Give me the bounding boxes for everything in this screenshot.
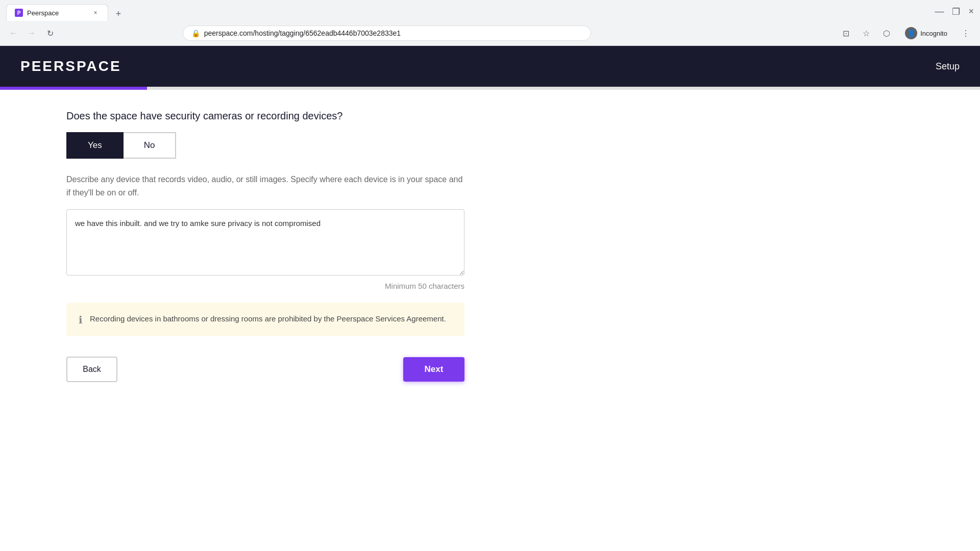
tab-title: Peerspace bbox=[27, 9, 87, 17]
cast-icon-button[interactable]: ⊡ bbox=[838, 25, 854, 41]
description-text: Describe any device that records video, … bbox=[66, 173, 464, 199]
tab-favicon: P bbox=[15, 9, 23, 17]
browser-tab-active[interactable]: P Peerspace × bbox=[6, 4, 108, 21]
address-bar[interactable]: 🔒 peerspace.com/hosting/tagging/6562eadb… bbox=[183, 26, 591, 41]
incognito-button[interactable]: 👤 Incognito bbox=[899, 25, 953, 41]
extensions-icon-button[interactable]: ⬡ bbox=[878, 25, 895, 41]
toolbar-right: ⊡ ☆ ⬡ 👤 Incognito ⋮ bbox=[838, 25, 974, 41]
logo: PEERSPACE bbox=[20, 58, 121, 74]
browser-toolbar: ← → ↻ 🔒 peerspace.com/hosting/tagging/65… bbox=[0, 21, 980, 45]
lock-icon: 🔒 bbox=[191, 29, 200, 37]
page-content: Does the space have security cameras or … bbox=[0, 90, 980, 415]
window-controls: — ❐ × bbox=[935, 6, 974, 19]
info-box: ℹ Recording devices in bathrooms or dres… bbox=[66, 303, 464, 336]
browser-titlebar: P Peerspace × + — ❐ × bbox=[0, 0, 980, 21]
new-tab-button[interactable]: + bbox=[111, 7, 126, 21]
no-button[interactable]: No bbox=[124, 132, 177, 159]
back-nav-icon: ← bbox=[9, 29, 17, 38]
yes-button[interactable]: Yes bbox=[66, 132, 124, 159]
refresh-nav-icon: ↻ bbox=[47, 29, 54, 38]
forward-nav-button[interactable]: → bbox=[24, 26, 39, 40]
info-text: Recording devices in bathrooms or dressi… bbox=[90, 313, 446, 325]
char-minimum-hint: Minimum 50 characters bbox=[66, 282, 464, 290]
forward-nav-icon: → bbox=[28, 29, 36, 38]
more-options-button[interactable]: ⋮ bbox=[958, 25, 974, 41]
question-text: Does the space have security cameras or … bbox=[66, 110, 914, 122]
browser-chrome: P Peerspace × + — ❐ × ← → ↻ 🔒 peerspace.… bbox=[0, 0, 980, 46]
yes-no-group: Yes No bbox=[66, 132, 914, 159]
incognito-avatar: 👤 bbox=[905, 27, 917, 39]
next-button[interactable]: Next bbox=[403, 357, 464, 382]
setup-label: Setup bbox=[936, 61, 960, 72]
page-header: PEERSPACE Setup bbox=[0, 46, 980, 87]
description-textarea[interactable] bbox=[66, 209, 464, 276]
incognito-label: Incognito bbox=[920, 30, 947, 37]
browser-tabs: P Peerspace × + bbox=[6, 4, 126, 21]
question-section: Does the space have security cameras or … bbox=[66, 110, 914, 382]
window-maximize-button[interactable]: ❐ bbox=[952, 6, 960, 17]
back-nav-button[interactable]: ← bbox=[6, 26, 20, 40]
incognito-avatar-icon: 👤 bbox=[908, 30, 915, 37]
info-icon: ℹ bbox=[79, 314, 83, 326]
refresh-nav-button[interactable]: ↻ bbox=[43, 26, 57, 40]
tab-close-button[interactable]: × bbox=[91, 9, 100, 17]
window-minimize-button[interactable]: — bbox=[935, 6, 944, 17]
address-text: peerspace.com/hosting/tagging/6562eadb44… bbox=[204, 29, 582, 37]
window-close-button[interactable]: × bbox=[968, 6, 974, 17]
bookmark-icon-button[interactable]: ☆ bbox=[858, 25, 874, 41]
nav-buttons: Back Next bbox=[66, 357, 464, 382]
back-button[interactable]: Back bbox=[66, 357, 117, 382]
